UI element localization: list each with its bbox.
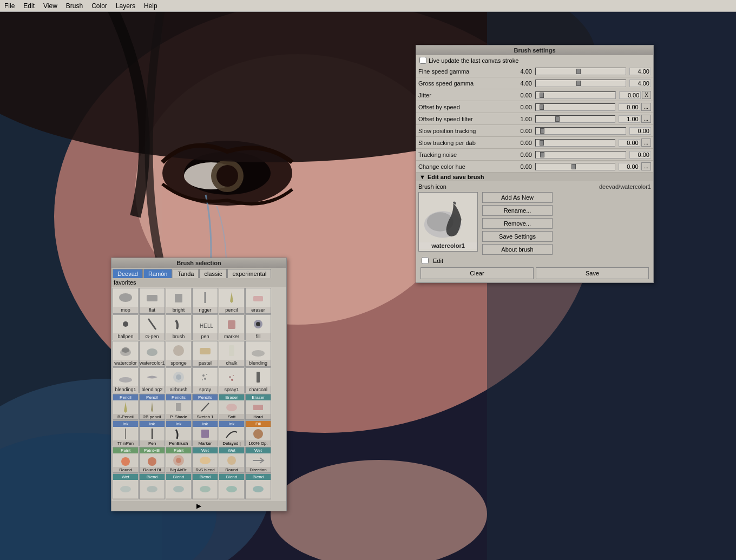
add-as-new-btn[interactable]: Add As New xyxy=(482,192,553,203)
svg-point-27 xyxy=(147,348,157,356)
jitter-slider[interactable] xyxy=(535,91,616,99)
brush-selection-panel: Brush selection Deevad Ramón Tanda class… xyxy=(111,258,287,511)
brush-eraser[interactable]: eraser xyxy=(245,288,271,314)
svg-rect-15 xyxy=(147,295,157,301)
brush-paint-round[interactable]: Paint Round xyxy=(113,447,139,473)
svg-rect-45 xyxy=(176,403,181,411)
brush-spray1[interactable]: spray1 xyxy=(219,367,245,393)
brush-row-3: watercolor watercolor1 sponge pastel cha… xyxy=(113,341,285,367)
brush-watercolor1[interactable]: watercolor1 xyxy=(139,341,165,367)
brush-big-airbrush[interactable]: Paint Big AirBr. xyxy=(166,447,192,473)
brush-marker[interactable]: marker xyxy=(219,314,245,340)
remove-btn[interactable]: Remove... xyxy=(482,218,553,229)
slow-track-dots-btn[interactable]: ... xyxy=(641,139,651,147)
offset-speed-dots-btn[interactable]: ... xyxy=(641,103,651,111)
brush-delayed[interactable]: Ink Delayed | xyxy=(219,420,245,446)
brush-fill-100[interactable]: Fill 100% Op. xyxy=(245,420,271,446)
brush-row-4: blending1 blending2 airbrush spray spray… xyxy=(113,367,285,393)
fine-speed-row: Fine speed gamma 4.00 4.00 xyxy=(416,65,653,77)
brush-sketch1[interactable]: Pencils Sketch 1 xyxy=(192,394,218,420)
brush-2b-pencil[interactable]: Pencil 2B pencil xyxy=(139,394,165,420)
clear-btn[interactable]: Clear xyxy=(420,267,534,279)
live-update-checkbox[interactable] xyxy=(419,57,426,64)
color-hue-slider[interactable] xyxy=(535,163,615,170)
gross-speed-slider[interactable] xyxy=(535,80,626,87)
brush-penbrush[interactable]: Ink PenBrush xyxy=(166,420,192,446)
brush-blend-3[interactable]: Blend xyxy=(192,473,218,499)
brush-fill[interactable]: fill xyxy=(245,314,271,340)
slow-track-slider[interactable] xyxy=(535,139,615,147)
brush-rs-blend[interactable]: Wet R-S blend xyxy=(192,447,218,473)
brush-bright[interactable]: bright xyxy=(166,288,192,314)
brush-spray[interactable]: spray xyxy=(192,367,218,393)
menu-file[interactable]: File xyxy=(0,1,19,11)
brush-blend-1[interactable]: Blend xyxy=(139,473,165,499)
brush-brush[interactable]: brush xyxy=(166,314,192,340)
color-hue-dots-btn[interactable]: ... xyxy=(641,162,651,170)
menu-edit[interactable]: Edit xyxy=(19,1,39,11)
brush-marker-ink[interactable]: Ink Marker xyxy=(192,420,218,446)
tab-deevad[interactable]: Deevad xyxy=(113,269,143,278)
tab-ramon[interactable]: Ramón xyxy=(143,269,172,278)
brush-chalk[interactable]: chalk xyxy=(219,341,245,367)
brush-eraser-soft[interactable]: Eraser Soft xyxy=(219,394,245,420)
menu-color[interactable]: Color xyxy=(87,1,111,11)
tracking-noise-slider[interactable] xyxy=(535,151,626,159)
tab-classic[interactable]: classic xyxy=(199,269,227,278)
about-brush-btn[interactable]: About brush xyxy=(482,244,553,255)
save-btn[interactable]: Save xyxy=(536,267,649,279)
brush-p-shade[interactable]: Pencils P. Shade xyxy=(166,394,192,420)
edit-save-header: ▼ Edit and save brush xyxy=(416,173,653,181)
menu-brush[interactable]: Brush xyxy=(62,1,87,11)
live-update-label: Live update the last canvas stroke xyxy=(429,57,518,64)
tab-tanda[interactable]: Tanda xyxy=(173,269,199,278)
favorites-row: favorites xyxy=(111,278,286,287)
brush-pen[interactable]: HELLO pen xyxy=(192,314,218,340)
tab-experimental[interactable]: experimental xyxy=(227,269,271,278)
brush-rigger[interactable]: rigger xyxy=(192,288,218,314)
save-settings-btn[interactable]: Save Settings xyxy=(482,231,553,242)
brush-sponge[interactable]: sponge xyxy=(166,341,192,367)
brush-paint-round-blend[interactable]: Paint+Bl Round Bl xyxy=(139,447,165,473)
svg-point-35 xyxy=(202,374,205,377)
brush-wet-last[interactable]: Wet xyxy=(113,473,139,499)
svg-rect-16 xyxy=(175,294,182,302)
brush-mop[interactable]: mop xyxy=(113,288,139,314)
brush-watercolor[interactable]: watercolor xyxy=(113,341,139,367)
brush-eraser-hard[interactable]: Eraser Hard xyxy=(245,394,271,420)
brush-pencil[interactable]: pencil xyxy=(219,288,245,314)
menu-layers[interactable]: Layers xyxy=(111,1,140,11)
brush-b-pencil[interactable]: Pencil B-Pencil xyxy=(113,394,139,420)
brush-blend-4[interactable]: Blend xyxy=(219,473,245,499)
brush-ballpen[interactable]: ballpen xyxy=(113,314,139,340)
menu-help[interactable]: Help xyxy=(140,1,162,11)
brush-flat[interactable]: flat xyxy=(139,288,165,314)
brush-blending[interactable]: blending xyxy=(245,341,271,367)
brush-wet-direction[interactable]: Wet Direction xyxy=(245,447,271,473)
edit-checkbox[interactable] xyxy=(422,257,429,264)
fine-speed-slider[interactable] xyxy=(535,68,626,75)
offset-filter-dots-btn[interactable]: ... xyxy=(641,115,651,123)
rename-btn[interactable]: Rename... xyxy=(482,205,553,216)
svg-rect-47 xyxy=(253,405,263,410)
scroll-arrow[interactable]: ▶ xyxy=(111,501,286,511)
brush-thinpen[interactable]: Ink ThinPen xyxy=(113,420,139,446)
brush-blend-5[interactable]: Blend xyxy=(245,473,271,499)
brush-charcoal[interactable]: charcoal xyxy=(245,367,271,393)
brush-blending1[interactable]: blending1 xyxy=(113,367,139,393)
menu-view[interactable]: View xyxy=(39,1,62,11)
offset-speed-slider[interactable] xyxy=(535,103,615,111)
jitter-x-btn[interactable]: X xyxy=(642,91,651,99)
brush-gpen[interactable]: G-pen xyxy=(139,314,165,340)
brush-airbrush[interactable]: airbrush xyxy=(166,367,192,393)
brush-labeled-row-3: Paint Round Paint+Bl Round Bl Paint Big … xyxy=(113,447,285,473)
svg-point-61 xyxy=(200,486,211,492)
slow-pos-slider[interactable] xyxy=(535,127,626,135)
brush-pastel[interactable]: pastel xyxy=(192,341,218,367)
brush-blend-2[interactable]: Blend xyxy=(166,473,192,499)
svg-marker-44 xyxy=(151,402,153,412)
brush-blending2[interactable]: blending2 xyxy=(139,367,165,393)
offset-filter-slider[interactable] xyxy=(535,115,615,123)
brush-wet-round[interactable]: Wet Round xyxy=(219,447,245,473)
brush-pen[interactable]: Ink Pen xyxy=(139,420,165,446)
